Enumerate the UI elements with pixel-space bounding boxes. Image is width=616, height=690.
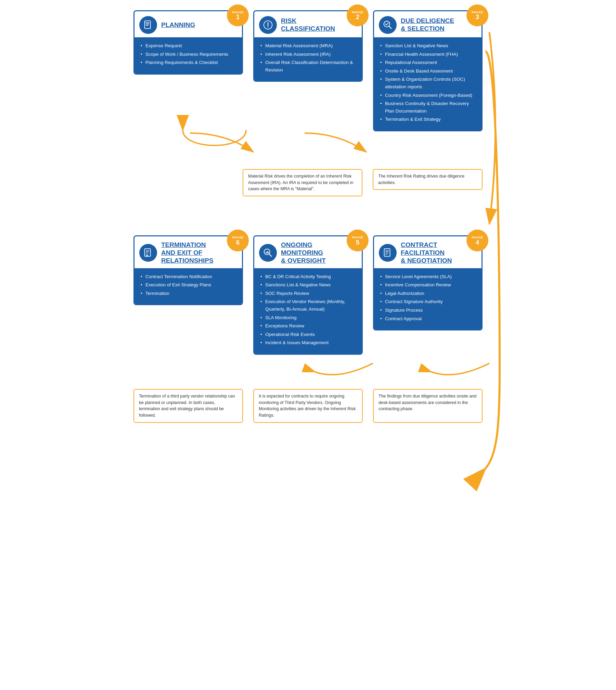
phase-4-body: Service Level Agreements (SLA) Incentive… — [374, 268, 482, 330]
phase-6-card: PHASE 6 TERMINATION — [133, 235, 243, 305]
phase-2-number: 2 — [356, 14, 359, 20]
doc-x-icon — [143, 248, 153, 258]
list-item: Execution of Exit Strategy Plans — [141, 281, 236, 289]
note-1-text: Material Risk drives the completion of a… — [248, 174, 353, 192]
list-item: SLA Monitoring — [260, 314, 356, 322]
phase-6-header: TERMINATION AND EXIT OF RELATIONSHIPS — [134, 236, 242, 268]
chart-magnifier-icon — [263, 248, 273, 258]
phase-3-body: Sanction List & Negative News Financial … — [374, 37, 482, 130]
phase-4-icon — [379, 244, 397, 262]
list-item: Planning Requirements & Checklist — [141, 59, 236, 66]
phase-6-title-1: TERMINATION — [161, 241, 206, 248]
note-5-text: The findings from due diligence activiti… — [378, 394, 476, 412]
list-item: Legal Authorization — [380, 290, 475, 297]
phase-2-list: Material Risk Assessment (MRA) Inherent … — [260, 42, 356, 74]
svg-rect-23 — [267, 251, 268, 254]
list-item: Contract Signature Authority — [380, 298, 475, 305]
notes-row-top: Material Risk drives the completion of a… — [133, 169, 483, 196]
phase-4-header: CONTRACT FACILITATION & NEGOTIATION — [374, 236, 482, 268]
phase-3-badge: PHASE 3 — [466, 4, 488, 26]
phase-2-body: Material Risk Assessment (MRA) Inherent … — [254, 37, 362, 81]
contract-icon — [383, 248, 393, 258]
phase-4-card: PHASE 4 CONTRACT FACILITATION — [373, 235, 483, 330]
list-item: Material Risk Assessment (MRA) — [260, 42, 356, 50]
phase-6-list: Contract Termination Notification Execut… — [141, 273, 236, 297]
note-4-box: It is expected for contracts to require … — [253, 389, 363, 423]
phase-5-title: ONGOING MONITORING & OVERSIGHT — [281, 241, 326, 264]
phase-3-card: PHASE 3 DUE DELIGENCE & SELECTION — [373, 10, 483, 131]
list-item: Service Level Agreements (SLA) — [380, 273, 475, 281]
list-item: Inherent Risk Assessment (IRA) — [260, 51, 356, 58]
phase-4-badge: PHASE 4 — [466, 230, 488, 251]
svg-rect-22 — [266, 252, 266, 254]
note-2-box: The Inherent Risk Rating drives due dili… — [373, 169, 483, 190]
note-4-text: It is expected for contracts to require … — [259, 394, 356, 418]
list-item: Operational Risk Events — [260, 331, 356, 338]
note-3-text: Termination of a third party vendor rela… — [139, 394, 235, 418]
svg-point-7 — [268, 26, 269, 27]
note-2-text: The Inherent Risk Rating drives due dili… — [378, 174, 464, 185]
phase-2-icon — [259, 16, 277, 34]
list-item: Signature Process — [380, 307, 475, 314]
phase-4-number: 4 — [476, 239, 479, 246]
bottom-arrows-svg — [133, 355, 496, 382]
checklist-icon — [143, 20, 153, 30]
phase-5-title-2: MONITORING — [281, 249, 323, 256]
phase-3-number: 3 — [476, 14, 479, 20]
phase-4-list: Service Level Agreements (SLA) Incentive… — [380, 273, 475, 323]
phase-1-list: Expense Request Scope of Work / Business… — [141, 42, 236, 66]
list-item: Onsite & Desk Based Assesment — [380, 67, 475, 75]
phase-6-icon — [139, 244, 157, 262]
phase-5-card: PHASE 5 ONGOING MONITORING — [253, 235, 363, 355]
big-arc-container — [133, 196, 483, 225]
phase-1-title: PLANNING — [161, 21, 195, 29]
phase-1-icon — [139, 16, 157, 34]
list-item: Reputational Assessment — [380, 59, 475, 66]
svg-rect-0 — [145, 21, 151, 29]
list-item: Scope of Work / Business Requirements — [141, 51, 236, 58]
phase-2-title: RISK CLASSIFICATION — [281, 17, 335, 33]
phase-3-icon — [379, 16, 397, 34]
top-arrows-section — [133, 131, 483, 166]
list-item: Financial Health Assessment (FHA) — [380, 51, 475, 58]
note-1-box: Material Risk drives the completion of a… — [243, 169, 362, 196]
phase-6-badge: PHASE 6 — [227, 230, 249, 251]
phase-6-number: 6 — [236, 239, 240, 246]
phase-5-number: 5 — [356, 239, 359, 246]
list-item: Expense Request — [141, 42, 236, 50]
phase-6-title-2: AND EXIT OF — [161, 249, 202, 256]
phase-3-title: DUE DELIGENCE & SELECTION — [401, 17, 454, 33]
phase-2-badge: PHASE 2 — [347, 4, 369, 26]
list-item: Sanctions List & Negative News — [260, 281, 356, 289]
phase-5-list: BC & DR Critical Activity Testing Sancti… — [260, 273, 356, 347]
list-item: Country Risk Assessment (Foreign-Based) — [380, 92, 475, 99]
phase-6-title: TERMINATION AND EXIT OF RELATIONSHIPS — [161, 241, 214, 264]
phase-4-title-2: FACILITATION — [401, 249, 445, 256]
phase-4-title-3: & NEGOTIATION — [401, 257, 452, 264]
svg-rect-4 — [145, 22, 146, 23]
note-3-box: Termination of a third party vendor rela… — [133, 389, 243, 423]
bottom-row: PHASE 6 TERMINATION — [133, 235, 483, 355]
phase-5-badge-label: PHASE — [352, 236, 363, 239]
magnifier-check-icon — [383, 20, 393, 30]
svg-line-21 — [269, 254, 272, 257]
list-item: Exceptions Review — [260, 322, 356, 330]
phase-5-icon — [259, 244, 277, 262]
phase-1-header: PLANNING — [134, 11, 242, 37]
list-item: Contract Termination Notification — [141, 273, 236, 281]
phase-1-number: 1 — [236, 14, 240, 20]
phase-5-body: BC & DR Critical Activity Testing Sancti… — [254, 268, 362, 354]
phase-4-title-1: CONTRACT — [401, 241, 437, 248]
list-item: SOC Reports Review — [260, 290, 356, 297]
svg-rect-24 — [268, 252, 269, 254]
list-item: Termination — [141, 290, 236, 297]
phase-5-title-1: ONGOING — [281, 241, 312, 248]
phase-4-title: CONTRACT FACILITATION & NEGOTIATION — [401, 241, 452, 264]
list-item: Sanction List & Negative News — [380, 42, 475, 50]
phase-6-badge-label: PHASE — [232, 236, 244, 239]
list-item: BC & DR Critical Activity Testing — [260, 273, 356, 281]
phase-1-body: Expense Request Scope of Work / Business… — [134, 37, 242, 74]
phase-6-body: Contract Termination Notification Execut… — [134, 268, 242, 304]
section-gap — [133, 225, 483, 235]
svg-line-9 — [389, 26, 392, 29]
